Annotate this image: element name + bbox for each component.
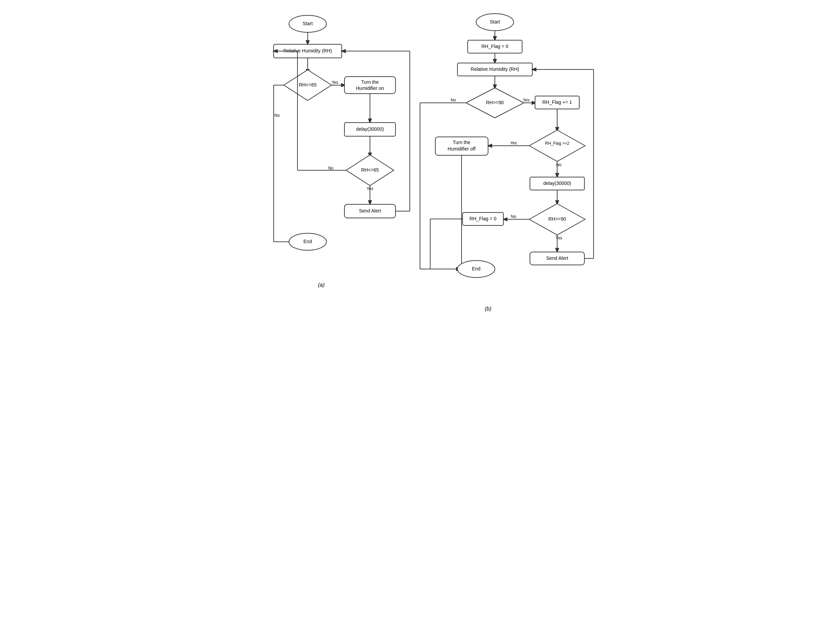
end-label-a: End: [303, 239, 312, 244]
decision1-label-b: RH>=90: [486, 100, 504, 105]
decision1-label-a: RH<=65: [299, 82, 317, 87]
decision2-label-a: RH<=65: [361, 167, 379, 172]
end-label-b: End: [472, 266, 481, 271]
turn-off-label-b: Turn the: [453, 140, 471, 145]
diagram-a-label: (a): [318, 282, 325, 288]
action1-label-a: Turn the: [361, 79, 379, 85]
diagram-a: Start Relative Humidity (RH) RH<=65 Yes …: [267, 10, 376, 288]
yes3-b: Yes: [556, 236, 562, 240]
start-label-b: Start: [490, 19, 500, 25]
send-alert-b: Send Alert: [546, 255, 568, 261]
decision2-label-b: RH_Flag >=2: [545, 141, 569, 146]
no1-b: No: [451, 98, 456, 103]
action1-label2-a: Humidifier on: [356, 85, 384, 91]
diagram-b: Start RH_Flag = 0 Relative Humidity (RH)…: [403, 10, 573, 312]
no1-a: No: [274, 113, 280, 118]
no3-b: No: [511, 214, 516, 219]
start-label-a: Start: [303, 21, 313, 26]
decision3-label-b: RH>=90: [548, 216, 566, 222]
yes1-b: Yes: [523, 98, 530, 103]
rh-flag-inc-b: RH_Flag += 1: [542, 100, 572, 105]
delay-label-b: delay(30000): [543, 180, 571, 186]
turn-off-label2-b: Humidifier off: [448, 146, 475, 152]
send-alert-label-a: Send Alert: [359, 208, 381, 213]
diagrams-container: Start Relative Humidity (RH) RH<=65 Yes …: [3, 10, 837, 312]
rh-flag-init-b: RH_Flag = 0: [482, 44, 508, 49]
yes1-a: Yes: [332, 80, 338, 85]
rh-label-b: Relative Humidity (RH): [471, 66, 519, 72]
yes2-b: Yes: [510, 141, 517, 145]
delay-label-a: delay(30000): [356, 127, 384, 132]
rh-flag-reset-b: RH_Flag = 0: [470, 216, 497, 221]
rh-label-a: Relative Humidity (RH): [284, 48, 332, 54]
diagram-b-label: (b): [485, 306, 491, 312]
